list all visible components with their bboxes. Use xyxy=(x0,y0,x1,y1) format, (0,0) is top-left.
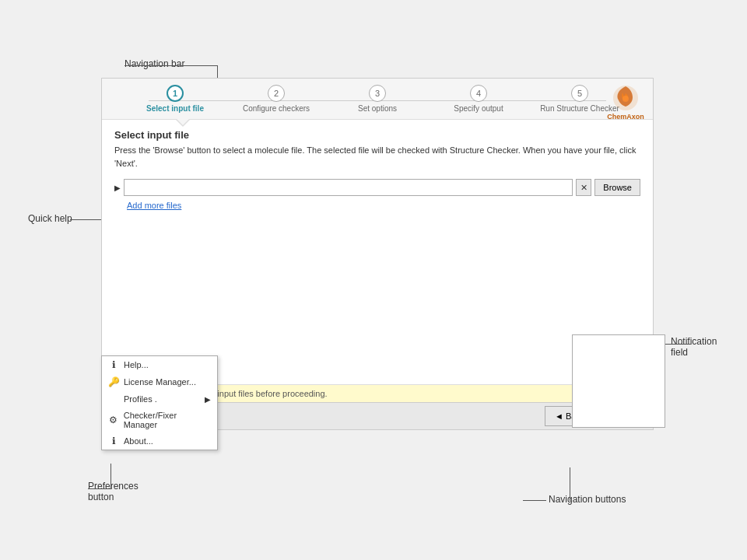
wizard-step-1[interactable]: 1 Select input file xyxy=(124,85,226,119)
menu-item-help[interactable]: ℹ Help... xyxy=(102,356,217,373)
svg-point-1 xyxy=(622,96,629,102)
about-icon: ℹ xyxy=(108,436,119,446)
wizard-step-2[interactable]: 2 Configure checkers xyxy=(226,85,327,119)
step-label-3: Set options xyxy=(358,104,397,113)
content-area: Select input file Press the 'Browse' but… xyxy=(102,120,653,384)
menu-label-about: About... xyxy=(124,436,153,446)
checker-icon: ⚙ xyxy=(108,415,119,425)
step-label-1: Select input file xyxy=(146,104,204,113)
wizard-step-4[interactable]: 4 Specify output xyxy=(428,85,529,119)
navigation-bar-annotation: Navigation bar xyxy=(124,58,184,69)
step-label-2: Configure checkers xyxy=(243,104,310,113)
key-icon: 🔑 xyxy=(108,376,119,387)
quick-help-annotation: Quick help xyxy=(28,213,72,224)
step-circle-4: 4 xyxy=(470,85,487,102)
step-circle-3: 3 xyxy=(369,85,386,102)
menu-item-checker[interactable]: ⚙ Checker/Fixer Manager xyxy=(102,408,217,432)
menu-label-checker: Checker/Fixer Manager xyxy=(124,411,211,429)
profiles-icon xyxy=(108,394,119,404)
wizard-step-3[interactable]: 3 Set options xyxy=(327,85,428,119)
submenu-arrow-icon: ▶ xyxy=(205,395,211,404)
context-menu: ℹ Help... 🔑 License Manager... Profiles … xyxy=(101,355,218,450)
menu-item-profiles[interactable]: Profiles . ▶ xyxy=(102,390,217,408)
menu-item-license[interactable]: 🔑 License Manager... xyxy=(102,373,217,390)
step-circle-5: 5 xyxy=(571,85,588,102)
step-label-4: Specify output xyxy=(454,104,503,113)
file-arrow-icon: ▶ xyxy=(114,184,121,192)
section-description: Press the 'Browse' button to select a mo… xyxy=(114,144,640,170)
file-path-input[interactable] xyxy=(124,179,573,196)
menu-label-help: Help... xyxy=(124,360,149,369)
preferences-button-annotation: Preferencesbutton xyxy=(88,481,139,502)
browse-button[interactable]: Browse xyxy=(594,179,640,196)
step-circle-2: 2 xyxy=(268,85,285,102)
chemaxon-name: ChemAxon xyxy=(607,113,644,121)
notification-field-annotation: Notificationfield xyxy=(671,336,717,358)
add-more-files-link[interactable]: Add more files xyxy=(127,201,640,210)
notification-field-box xyxy=(572,334,665,428)
menu-item-about[interactable]: ℹ About... xyxy=(102,432,217,450)
menu-label-license: License Manager... xyxy=(124,377,196,387)
help-icon: ℹ xyxy=(108,359,119,370)
clear-button[interactable]: ✕ xyxy=(576,179,591,196)
file-input-row: ▶ ✕ Browse xyxy=(114,179,640,196)
menu-label-profiles: Profiles . xyxy=(124,394,157,404)
navigation-buttons-annotation: Navigation buttons xyxy=(549,494,626,505)
chemaxon-logo: ChemAxon xyxy=(606,82,645,121)
wizard-bar: 1 Select input file 2 Configure checkers… xyxy=(102,79,653,120)
step-circle-1: 1 xyxy=(167,85,184,102)
section-title: Select input file xyxy=(114,129,640,141)
